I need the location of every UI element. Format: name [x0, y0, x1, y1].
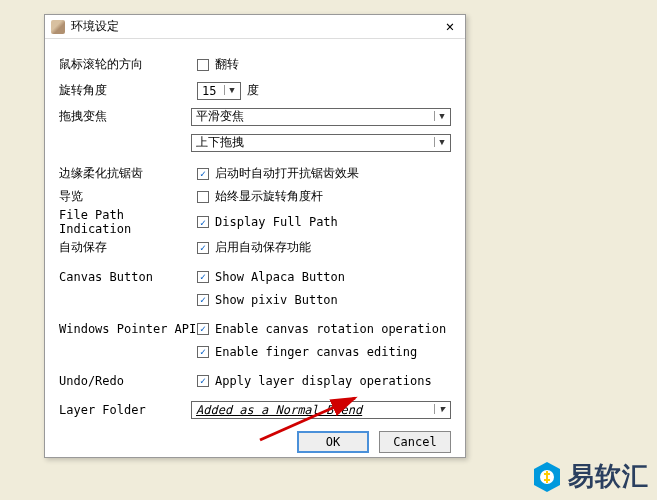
label-canvas-button: Canvas Button	[59, 270, 197, 284]
brand-logo-icon	[532, 461, 562, 493]
checkbox-finger-edit[interactable]	[197, 346, 209, 358]
checkbox-alpaca-label: Show Alpaca Button	[215, 270, 345, 284]
close-button[interactable]: ✕	[441, 18, 459, 36]
titlebar: 环境设定 ✕	[45, 15, 465, 39]
checkbox-antialias[interactable]	[197, 168, 209, 180]
label-windows-pointer: Windows Pointer API	[59, 322, 197, 336]
cancel-button[interactable]: Cancel	[379, 431, 451, 453]
label-autosave: 自动保存	[59, 239, 197, 256]
select-rotate-angle[interactable]: 15	[197, 82, 241, 100]
rotate-angle-unit: 度	[247, 82, 259, 99]
row-canvas-button-2: Show pixiv Button	[59, 288, 451, 311]
app-icon	[51, 20, 65, 34]
label-antialias: 边缘柔化抗锯齿	[59, 165, 197, 182]
row-canvas-button: Canvas Button Show Alpaca Button	[59, 265, 451, 288]
select-drag-direction[interactable]: 上下拖拽	[191, 134, 451, 152]
label-layer-folder: Layer Folder	[59, 403, 191, 417]
checkbox-file-path[interactable]	[197, 216, 209, 228]
button-row: OK Cancel	[45, 421, 465, 465]
row-antialias: 边缘柔化抗锯齿 启动时自动打开抗锯齿效果	[59, 162, 451, 185]
checkbox-nav-label: 始终显示旋转角度杆	[215, 188, 323, 205]
row-drag-zoom: 拖拽变焦 平滑变焦	[59, 105, 451, 128]
checkbox-flip[interactable]	[197, 59, 209, 71]
checkbox-antialias-label: 启动时自动打开抗锯齿效果	[215, 165, 359, 182]
checkbox-layer-display-label: Apply layer display operations	[215, 374, 432, 388]
label-undo-redo: Undo/Redo	[59, 374, 197, 388]
label-navigation: 导览	[59, 188, 197, 205]
checkbox-layer-display[interactable]	[197, 375, 209, 387]
row-navigation: 导览 始终显示旋转角度杆	[59, 185, 451, 208]
checkbox-autosave-label: 启用自动保存功能	[215, 239, 311, 256]
checkbox-flip-label: 翻转	[215, 56, 239, 73]
row-autosave: 自动保存 启用自动保存功能	[59, 236, 451, 259]
ok-button[interactable]: OK	[297, 431, 369, 453]
row-windows-pointer-2: Enable finger canvas editing	[59, 340, 451, 363]
brand-logo: 易软汇	[532, 459, 649, 494]
checkbox-autosave[interactable]	[197, 242, 209, 254]
row-windows-pointer: Windows Pointer API Enable canvas rotati…	[59, 317, 451, 340]
row-drag-zoom-2: 上下拖拽	[59, 131, 451, 154]
row-file-path: File Path Indication Display Full Path	[59, 208, 451, 236]
checkbox-file-path-label: Display Full Path	[215, 215, 338, 229]
checkbox-rotation-op-label: Enable canvas rotation operation	[215, 322, 446, 336]
row-wheel-direction: 鼠标滚轮的方向 翻转	[59, 53, 451, 76]
dialog-body: 鼠标滚轮的方向 翻转 旋转角度 15 度 拖拽变焦 平滑变焦 上下拖拽	[45, 39, 465, 421]
select-zoom-mode[interactable]: 平滑变焦	[191, 108, 451, 126]
brand-logo-text: 易软汇	[568, 459, 649, 494]
dialog-title: 环境设定	[71, 18, 441, 35]
checkbox-alpaca[interactable]	[197, 271, 209, 283]
checkbox-finger-edit-label: Enable finger canvas editing	[215, 345, 417, 359]
select-layer-folder[interactable]: Added as a Normal Blend	[191, 401, 451, 419]
checkbox-nav[interactable]	[197, 191, 209, 203]
label-drag-zoom: 拖拽变焦	[59, 108, 191, 125]
row-undo-redo: Undo/Redo Apply layer display operations	[59, 369, 451, 392]
label-file-path: File Path Indication	[59, 208, 197, 236]
checkbox-pixiv[interactable]	[197, 294, 209, 306]
checkbox-pixiv-label: Show pixiv Button	[215, 293, 338, 307]
row-rotate-angle: 旋转角度 15 度	[59, 79, 451, 102]
label-wheel-direction: 鼠标滚轮的方向	[59, 56, 197, 73]
label-rotate-angle: 旋转角度	[59, 82, 197, 99]
row-layer-folder: Layer Folder Added as a Normal Blend	[59, 398, 451, 421]
checkbox-rotation-op[interactable]	[197, 323, 209, 335]
settings-dialog: 环境设定 ✕ 鼠标滚轮的方向 翻转 旋转角度 15 度 拖拽变焦 平滑变焦	[44, 14, 466, 458]
